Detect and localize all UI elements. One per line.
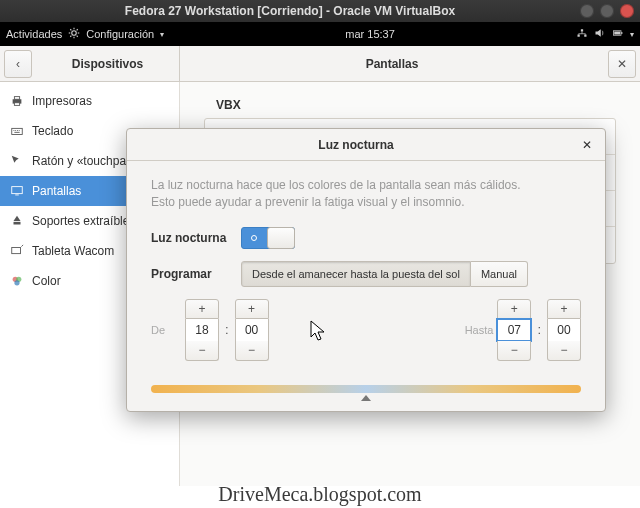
svg-line-7 — [71, 36, 72, 37]
clock[interactable]: mar 15:37 — [164, 28, 576, 40]
schedule-mode-group: Desde el amanecer hasta la puesta del so… — [241, 261, 528, 287]
from-hour-spinner: + 18 − — [185, 299, 219, 361]
network-icon[interactable] — [576, 27, 588, 41]
settings-close-button[interactable]: ✕ — [608, 50, 636, 78]
svg-rect-14 — [614, 32, 620, 35]
from-label: De — [151, 324, 181, 336]
to-hour-spinner: + 07 − — [497, 299, 531, 361]
svg-line-28 — [21, 245, 23, 247]
activities-button[interactable]: Actividades — [6, 28, 62, 40]
schedule-label: Programar — [151, 267, 241, 281]
from-minute-up-button[interactable]: + — [235, 299, 269, 319]
svg-rect-22 — [19, 130, 20, 131]
from-hour-down-button[interactable]: − — [185, 341, 219, 361]
from-hour-up-button[interactable]: + — [185, 299, 219, 319]
svg-rect-13 — [621, 32, 623, 34]
to-minute-spinner: + 00 − — [547, 299, 581, 361]
sidebar-item-label: Impresoras — [32, 94, 92, 108]
svg-rect-26 — [14, 222, 21, 225]
battery-icon[interactable] — [612, 27, 624, 41]
schedule-manual-button[interactable]: Manual — [471, 261, 528, 287]
sidebar-item-printers[interactable]: Impresoras — [0, 86, 179, 116]
sidebar-item-label: Teclado — [32, 124, 73, 138]
drive-icon — [10, 214, 24, 228]
sidebar-item-label: Color — [32, 274, 61, 288]
tablet-icon — [10, 244, 24, 258]
to-hour-down-button[interactable]: − — [497, 341, 531, 361]
colon: : — [537, 322, 541, 337]
svg-point-31 — [14, 280, 19, 285]
from-hour-input[interactable]: 18 — [185, 319, 219, 341]
display-icon — [10, 184, 24, 198]
night-light-dialog: Luz nocturna ✕ La luz nocturna hace que … — [126, 128, 606, 412]
svg-line-8 — [77, 29, 78, 30]
svg-rect-25 — [15, 195, 19, 196]
svg-rect-19 — [14, 130, 15, 131]
printer-icon — [10, 94, 24, 108]
svg-rect-20 — [15, 130, 16, 131]
watermark: DriveMeca.blogspot.com — [0, 483, 640, 506]
svg-rect-21 — [17, 130, 18, 131]
close-icon: ✕ — [582, 138, 592, 152]
virtualbox-title: Fedora 27 Workstation [Corriendo] - Orac… — [6, 4, 574, 18]
display-name: VBX — [216, 98, 616, 112]
window-minimize-button[interactable] — [580, 4, 594, 18]
from-minute-spinner: + 00 − — [235, 299, 269, 361]
night-light-label: Luz nocturna — [151, 231, 241, 245]
svg-line-6 — [77, 36, 78, 37]
svg-rect-24 — [12, 187, 23, 194]
back-button[interactable]: ‹ — [4, 50, 32, 78]
chevron-left-icon: ‹ — [16, 57, 20, 71]
svg-rect-23 — [14, 132, 19, 133]
from-minute-input[interactable]: 00 — [235, 319, 269, 341]
settings-header: ‹ Dispositivos Pantallas ✕ — [0, 46, 640, 82]
gnome-top-bar: Actividades Configuración ▾ mar 15:37 ▾ — [0, 22, 640, 46]
sidebar-item-label: Ratón y «touchpad» — [32, 154, 139, 168]
settings-icon — [68, 27, 80, 41]
svg-point-0 — [72, 31, 77, 36]
to-time-group: + 07 − : + 00 − — [497, 299, 581, 361]
colon: : — [225, 322, 229, 337]
to-hour-input[interactable]: 07 — [497, 319, 531, 341]
app-menu-label[interactable]: Configuración — [86, 28, 154, 40]
from-time-group: + 18 − : + 00 − — [185, 299, 269, 361]
to-label: Hasta — [453, 324, 493, 336]
svg-rect-27 — [12, 248, 21, 254]
schedule-auto-button[interactable]: Desde el amanecer hasta la puesta del so… — [241, 261, 471, 287]
slider-caret-icon — [361, 395, 371, 401]
sidebar-title: Dispositivos — [36, 57, 179, 71]
window-close-button[interactable] — [620, 4, 634, 18]
keyboard-icon — [10, 124, 24, 138]
toggle-on-indicator-icon — [251, 235, 257, 241]
svg-rect-18 — [12, 128, 23, 134]
close-icon: ✕ — [617, 57, 627, 71]
from-minute-down-button[interactable]: − — [235, 341, 269, 361]
dialog-title: Luz nocturna — [135, 138, 577, 152]
svg-rect-10 — [584, 35, 586, 37]
to-minute-up-button[interactable]: + — [547, 299, 581, 319]
to-hour-up-button[interactable]: + — [497, 299, 531, 319]
color-temperature-slider[interactable] — [151, 385, 581, 393]
color-icon — [10, 274, 24, 288]
svg-line-5 — [71, 29, 72, 30]
svg-rect-17 — [14, 103, 19, 106]
svg-rect-11 — [581, 29, 583, 31]
dialog-description: La luz nocturna hace que los colores de … — [151, 177, 581, 211]
to-minute-down-button[interactable]: − — [547, 341, 581, 361]
sidebar-item-label: Pantallas — [32, 184, 81, 198]
svg-rect-16 — [14, 97, 19, 100]
dialog-close-button[interactable]: ✕ — [577, 135, 597, 155]
chevron-down-icon[interactable]: ▾ — [630, 30, 634, 39]
volume-icon[interactable] — [594, 27, 606, 41]
virtualbox-titlebar: Fedora 27 Workstation [Corriendo] - Orac… — [0, 0, 640, 22]
mouse-icon — [10, 154, 24, 168]
to-minute-input[interactable]: 00 — [547, 319, 581, 341]
sidebar-item-label: Soportes extraíbles — [32, 214, 135, 228]
page-title: Pantallas — [180, 57, 604, 71]
sidebar-item-label: Tableta Wacom — [32, 244, 114, 258]
window-maximize-button[interactable] — [600, 4, 614, 18]
svg-rect-9 — [578, 35, 580, 37]
night-light-toggle[interactable] — [241, 227, 295, 249]
